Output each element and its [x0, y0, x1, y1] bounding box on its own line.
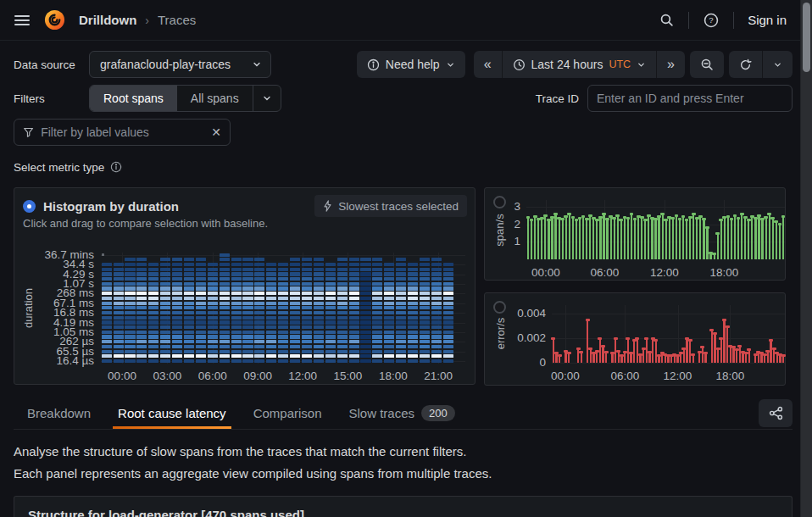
time-range-label: Last 24 hours: [531, 58, 603, 71]
span-rate-plot[interactable]: [526, 200, 785, 259]
clock-icon: [513, 58, 526, 71]
magnifier-minus-icon: [700, 58, 714, 71]
scrollbar-thumb[interactable]: [803, 3, 810, 72]
rate-panels-column: span/s 12300:0006:0012:0018:00 error/s 0…: [484, 187, 786, 386]
share-button[interactable]: [759, 399, 793, 427]
histogram-panel[interactable]: Histogram by duration Slowest traces sel…: [14, 187, 476, 385]
trace-id-input[interactable]: [597, 92, 783, 105]
info-icon: [367, 58, 380, 71]
breadcrumb-drilldown[interactable]: Drilldown: [79, 13, 136, 27]
app-window: Drilldown › Traces ? Sign in Data source…: [0, 0, 812, 517]
timezone-label: UTC: [609, 58, 631, 70]
histogram-title: Histogram by duration: [43, 199, 179, 214]
nav-divider-2: [733, 12, 734, 29]
search-button[interactable]: [654, 8, 678, 32]
tab-slow-traces[interactable]: Slow traces 200: [349, 397, 455, 429]
page-content: Data source grafanacloud-play-traces Nee…: [0, 51, 812, 517]
filters-label: Filters: [14, 92, 82, 105]
breadcrumb: Drilldown › Traces: [79, 13, 196, 27]
span-rate-radio[interactable]: [493, 196, 506, 208]
time-shift-back-button[interactable]: «: [474, 51, 502, 78]
chevron-down-icon: [262, 93, 272, 103]
tab-slow-traces-label: Slow traces: [349, 406, 415, 420]
tab-comparison[interactable]: Comparison: [253, 397, 322, 429]
help-icon: ?: [704, 13, 719, 28]
structure-panel: Structure for load-generator [470 spans …: [14, 496, 793, 517]
data-source-label: Data source: [14, 58, 82, 71]
svg-text:?: ?: [709, 15, 713, 25]
span-scope-dropdown[interactable]: [253, 86, 281, 111]
top-nav: Drilldown › Traces ? Sign in: [0, 0, 812, 41]
info-icon[interactable]: [110, 161, 122, 173]
slowest-traces-chip[interactable]: Slowest traces selected: [314, 195, 467, 217]
refresh-group: [729, 51, 793, 78]
label-filter-field: ✕: [14, 119, 231, 146]
select-metric-label: Select metric type: [14, 161, 104, 174]
chevron-down-icon: [446, 60, 455, 69]
clear-filter-icon[interactable]: ✕: [211, 126, 221, 138]
heatmap-plot[interactable]: [101, 253, 454, 364]
refresh-icon: [739, 58, 752, 71]
refresh-button[interactable]: [729, 51, 762, 78]
filters-row: Filters Root spans All spans Trace ID: [14, 85, 793, 112]
tabs-bar: Breakdown Root cause latency Comparison …: [14, 397, 793, 430]
chevron-down-icon: [637, 60, 646, 69]
root-spans-option[interactable]: Root spans: [90, 86, 177, 111]
toolbar: Data source grafanacloud-play-traces Nee…: [14, 51, 793, 78]
tab-breakdown-label: Breakdown: [27, 406, 91, 420]
refresh-interval-button[interactable]: [762, 51, 793, 78]
error-rate-radio[interactable]: [493, 301, 506, 314]
time-range-button[interactable]: Last 24 hours UTC: [502, 51, 657, 78]
span-rate-panel[interactable]: span/s 12300:0006:0012:0018:00: [484, 187, 786, 281]
hamburger-icon: [14, 14, 30, 26]
need-help-button[interactable]: Need help: [357, 51, 465, 78]
data-source-value: grafanacloud-play-traces: [100, 58, 231, 71]
tab-breakdown[interactable]: Breakdown: [27, 397, 91, 429]
time-picker-group: « Last 24 hours UTC »: [474, 51, 685, 78]
zoom-out-button[interactable]: [690, 51, 724, 78]
breadcrumb-traces[interactable]: Traces: [158, 13, 196, 27]
menu-button[interactable]: [10, 8, 34, 32]
time-shift-forward-button[interactable]: »: [656, 51, 685, 78]
histogram-hint: Click and drag to compare selection with…: [23, 217, 475, 231]
funnel-icon: [23, 125, 34, 139]
tab-description: Analyse the structure of slow spans from…: [14, 441, 793, 485]
slowest-traces-label: Slowest traces selected: [338, 200, 459, 213]
tab-root-cause-latency-label: Root cause latency: [118, 406, 226, 420]
data-source-select[interactable]: grafanacloud-play-traces: [89, 51, 271, 78]
search-icon: [659, 13, 674, 27]
label-filter-input[interactable]: [41, 125, 204, 139]
duration-heatmap[interactable]: duration 36.7 mins34.4 s4.29 s1.07 s268 …: [14, 231, 475, 386]
nav-divider: [688, 12, 689, 29]
trace-id-label: Trace ID: [536, 92, 579, 105]
structure-panel-title: Structure for load-generator [470 spans …: [28, 508, 778, 517]
grafana-logo[interactable]: [44, 9, 65, 31]
error-rate-plot[interactable]: [552, 305, 785, 363]
histogram-header: Histogram by duration Slowest traces sel…: [14, 188, 475, 216]
help-button[interactable]: ?: [699, 8, 723, 32]
metric-type-row: Select metric type: [14, 158, 793, 175]
need-help-label: Need help: [386, 58, 440, 71]
slow-traces-count-badge: 200: [421, 405, 455, 421]
description-line-2: Each panel represents an aggregate view …: [14, 466, 492, 481]
share-icon: [769, 406, 783, 420]
chevron-down-icon: [252, 59, 262, 69]
trace-id-field: [587, 85, 793, 112]
tab-root-cause-latency[interactable]: Root cause latency: [118, 397, 226, 429]
histogram-radio[interactable]: [23, 200, 36, 213]
metric-panels: Histogram by duration Slowest traces sel…: [14, 187, 793, 386]
all-spans-option[interactable]: All spans: [177, 86, 253, 111]
span-scope-toggle: Root spans All spans: [89, 85, 281, 112]
lightning-icon: [323, 200, 332, 212]
description-line-1: Analyse the structure of slow spans from…: [14, 444, 466, 459]
page-scrollbar[interactable]: [800, 0, 812, 517]
chevron-down-icon: [773, 60, 782, 69]
tab-comparison-label: Comparison: [253, 406, 322, 420]
sign-in-link[interactable]: Sign in: [748, 13, 787, 27]
error-rate-panel[interactable]: error/s 00.0020.00400:0006:0012:0018:00: [484, 292, 786, 386]
breadcrumb-separator: ›: [145, 14, 149, 27]
